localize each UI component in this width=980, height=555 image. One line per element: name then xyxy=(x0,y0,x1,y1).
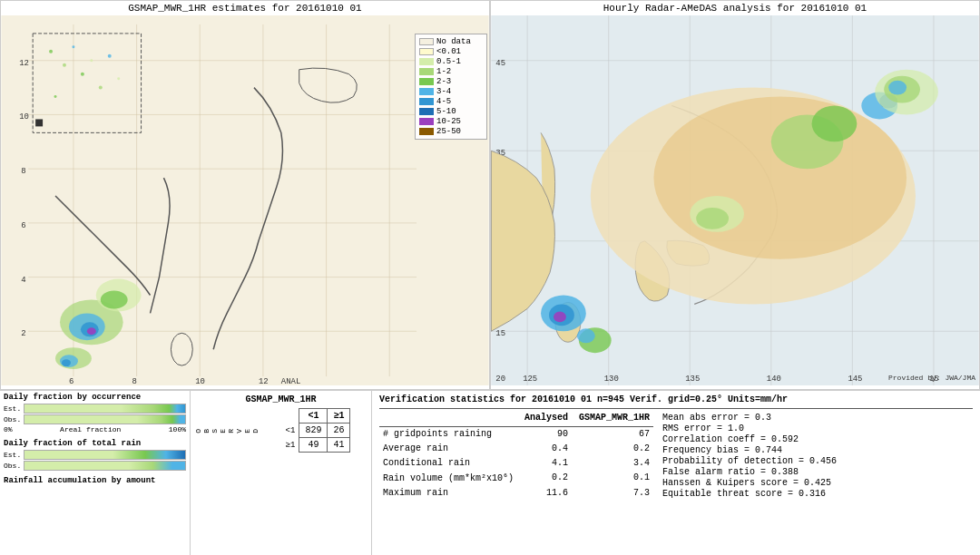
svg-text:6: 6 xyxy=(21,221,25,230)
col-header-gte1: ≥1 xyxy=(328,409,350,424)
legend-25-50: 25-50 xyxy=(436,127,461,136)
svg-text:125: 125 xyxy=(523,375,537,384)
legend-panel: No data <0.01 0.5-1 1-2 xyxy=(415,34,487,140)
svg-point-33 xyxy=(62,359,71,366)
row-label-0: # gridpoints raining xyxy=(379,426,517,441)
legend-5-10: 5-10 xyxy=(436,107,456,116)
left-map-title: GSMAP_MWR_1HR estimates for 20161010 01 xyxy=(1,1,489,15)
svg-text:135: 135 xyxy=(685,375,700,384)
bottom-row: Daily fraction by occurrence Est. Obs. 0… xyxy=(0,390,980,555)
hist-xaxis-right: 100% xyxy=(169,425,186,433)
svg-text:2: 2 xyxy=(21,329,25,338)
right-map-svg: 45 35 25 15 20 125 130 135 140 145 15 xyxy=(491,15,979,385)
est-label2: Est. xyxy=(4,451,24,459)
verif-table: Analysed GSMAP_MWR_1HR # gridpoints rain… xyxy=(379,412,653,500)
stat-rms: RMS error = 1.0 xyxy=(662,424,837,433)
svg-point-35 xyxy=(49,50,53,54)
cell-avgrain-analysed: 0.4 xyxy=(517,442,575,456)
svg-point-36 xyxy=(63,63,66,67)
cell-avgrain-gsmap: 0.2 xyxy=(575,442,653,456)
svg-text:130: 130 xyxy=(604,375,619,384)
stat-pod: Probability of detection = 0.456 xyxy=(662,456,837,466)
row-label-3: Rain volume (mm*km²x10⁶) xyxy=(379,470,517,485)
cell-rainvol-gsmap: 0.1 xyxy=(575,470,653,485)
hist-title3: Rainfall accumulation by amount xyxy=(4,476,186,485)
cell-11: 41 xyxy=(328,438,350,453)
right-map-panel: Hourly Radar-AMeDAS analysis for 2016101… xyxy=(490,0,980,390)
contingency-table: <1 ≥1 <1 829 26 ≥1 49 41 xyxy=(280,408,351,453)
svg-text:8: 8 xyxy=(21,167,25,176)
left-map-panel: GSMAP_MWR_1HR estimates for 20161010 01 xyxy=(0,0,490,390)
svg-point-28 xyxy=(87,327,96,335)
obs-label1: Obs. xyxy=(4,415,24,424)
contingency-title: GSMAP_MWR_1HR xyxy=(194,394,368,404)
svg-point-38 xyxy=(81,73,84,76)
svg-text:ANAL: ANAL xyxy=(281,377,300,385)
verification-panel: Verification statistics for 20161010 01 … xyxy=(372,391,980,555)
legend-4-5: 4-5 xyxy=(436,97,451,106)
legend-lt001: <0.01 xyxy=(436,47,461,56)
col-header-gsmap: GSMAP_MWR_1HR xyxy=(575,412,653,426)
observed-label: OBSERVED xyxy=(194,427,260,433)
bottom-left-panel: Daily fraction by occurrence Est. Obs. 0… xyxy=(0,391,191,555)
row-header-gte1: ≥1 xyxy=(280,438,299,453)
cell-10: 49 xyxy=(299,438,328,453)
svg-text:8: 8 xyxy=(132,377,137,385)
main-container: GSMAP_MWR_1HR estimates for 20161010 01 xyxy=(0,0,980,555)
legend-10-25: 10-25 xyxy=(436,117,461,126)
row-label-2: Conditional rain xyxy=(379,455,517,470)
contingency-panel: GSMAP_MWR_1HR OBSERVED <1 ≥1 <1 829 26 xyxy=(191,391,372,555)
svg-text:20: 20 xyxy=(495,375,505,384)
est-label1: Est. xyxy=(4,404,24,413)
hist-xaxis-left: 0% xyxy=(4,425,13,433)
cell-rainvol-analysed: 0.2 xyxy=(517,470,575,485)
legend-05-1: 0.5-1 xyxy=(436,57,461,66)
verif-right-stats: Mean abs error = 0.3 RMS error = 1.0 Cor… xyxy=(662,412,837,500)
row-label-4: Maximum rain xyxy=(379,485,517,500)
cell-condrain-analysed: 4.1 xyxy=(517,455,575,470)
svg-point-30 xyxy=(101,291,128,309)
maps-row: GSMAP_MWR_1HR estimates for 20161010 01 xyxy=(0,0,980,390)
svg-point-40 xyxy=(99,86,103,90)
cell-gp-gsmap: 67 xyxy=(575,426,653,441)
svg-point-76 xyxy=(696,208,729,229)
svg-point-43 xyxy=(117,77,120,80)
cell-maxrain-analysed: 11.6 xyxy=(517,485,575,500)
obs-label2: Obs. xyxy=(4,462,24,470)
stat-mean-abs: Mean abs error = 0.3 xyxy=(662,413,837,423)
stat-hk: Hanssen & Kuipers score = 0.425 xyxy=(662,478,837,488)
stat-far: False alarm ratio = 0.388 xyxy=(662,467,837,477)
svg-text:10: 10 xyxy=(195,377,205,385)
row-label-1: Average rain xyxy=(379,442,517,456)
right-map-content: 45 35 25 15 20 125 130 135 140 145 15 xyxy=(491,15,979,385)
legend-2-3: 2-3 xyxy=(436,77,451,86)
cell-gp-analysed: 90 xyxy=(517,426,575,441)
svg-rect-44 xyxy=(35,119,43,126)
svg-point-81 xyxy=(577,328,595,343)
svg-point-41 xyxy=(54,95,57,98)
svg-text:6: 6 xyxy=(69,377,74,385)
svg-point-70 xyxy=(653,97,906,259)
svg-point-72 xyxy=(812,106,858,142)
verif-title: Verification statistics for 20161010 01 … xyxy=(379,394,973,404)
legend-nodata: No data xyxy=(436,37,471,46)
legend-3-4: 3-4 xyxy=(436,87,451,96)
svg-text:15: 15 xyxy=(495,329,505,338)
row-header-lt1: <1 xyxy=(280,424,299,438)
left-map-content: 12 10 8 6 4 2 6 8 10 12 ANAL xyxy=(1,15,489,385)
svg-point-42 xyxy=(108,54,112,58)
col-header-analysed: Analysed xyxy=(517,412,575,426)
svg-point-79 xyxy=(554,311,566,322)
cell-maxrain-gsmap: 7.3 xyxy=(575,485,653,500)
svg-text:140: 140 xyxy=(767,375,781,384)
svg-point-84 xyxy=(888,81,906,95)
svg-text:12: 12 xyxy=(259,377,269,385)
map-attribution: Provided by: JWA/JMA xyxy=(888,374,975,382)
stat-freq-bias: Frequency bias = 0.744 xyxy=(662,445,837,455)
hist-xaxis-center: Areal fraction xyxy=(60,425,121,433)
hist-title1: Daily fraction by occurrence xyxy=(4,393,186,402)
cell-00: 829 xyxy=(299,424,328,438)
cell-01: 26 xyxy=(328,424,350,438)
svg-point-37 xyxy=(72,45,74,48)
svg-text:45: 45 xyxy=(495,59,505,68)
